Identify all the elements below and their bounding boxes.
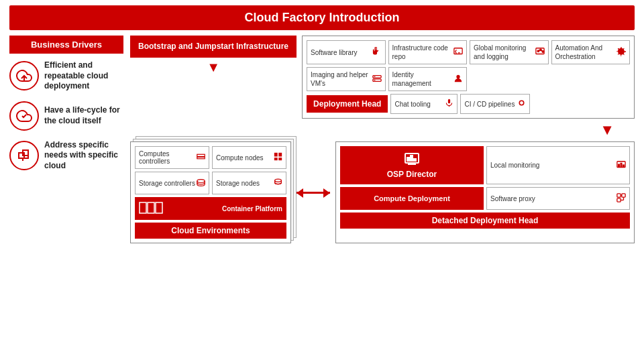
svg-rect-21 [197,157,205,158]
storage-icon [197,178,205,188]
driver-text-3: Address specific needs with specific clo… [44,140,123,172]
detached-label: Detached Deployment Head [340,213,630,229]
cloud-refresh-icon [9,101,39,131]
svg-rect-23 [278,153,282,157]
container-row: Container Platform [135,197,286,220]
dep-cell-identity: Identity management [388,67,467,91]
dep-cell-automation: Automation And Orchestration [551,40,631,64]
software-proxy-cell: Software proxy [486,187,630,210]
dep-cell-software-library: Software library [307,40,385,64]
svg-point-27 [275,179,282,182]
automation-gear-icon [616,47,626,58]
bottom-section: Computes controllers Compute nodes [130,141,635,243]
svg-rect-28 [140,202,146,213]
monitor-code-icon [453,47,463,58]
server-small-icon [197,152,205,163]
top-section: Bootstrap and Jumpstart Infrastructure ▼… [130,36,635,119]
dep-cell-imaging: Imaging and helper VM's [307,67,385,91]
svg-rect-36 [414,159,416,161]
detached-box: OSP Director Local monitoring Compute De… [335,141,635,243]
arrow-down-bootstrap: ▼ [207,60,220,74]
right-content: Bootstrap and Jumpstart Infrastructure ▼… [130,36,635,243]
local-chart-icon [616,160,626,171]
storage2-icon [274,178,282,188]
svg-rect-20 [197,154,205,156]
deployment-grid: Software library Infrastructure code rep… [307,40,630,91]
cloud-env-grid: Computes controllers Compute nodes [135,146,286,194]
driver-item-2: Have a life-cycle for the cloud itself [9,101,123,131]
chart-dot-icon [535,47,545,58]
compute-controllers-cell: Computes controllers [135,146,209,169]
person-icon [453,74,463,85]
driver-text-2: Have a life-cycle for the cloud itself [44,105,123,126]
hand-icon [372,47,382,58]
bootstrap-box: Bootstrap and Jumpstart Infrastructure [130,36,297,58]
cicd-gear-icon [517,99,526,109]
deployment-head-label: Deployment Head [307,95,388,113]
cloud-env-label: Cloud Environments [135,223,286,239]
cicd-cell: CI / CD pipelines [460,94,530,114]
svg-rect-38 [619,164,620,167]
svg-rect-39 [621,163,622,166]
cloud-environments-wrapper: Computes controllers Compute nodes [130,141,291,243]
arrow-down-right: ▼ [130,123,635,137]
page-title: Cloud Factory Introduction [9,5,635,30]
container-platform-cell: Container Platform [135,197,286,220]
svg-rect-24 [274,158,278,160]
driver-item-1: Efficient and repeatable cloud deploymen… [9,60,123,92]
cloud-upload-icon [9,61,39,90]
local-monitoring-cell: Local monitoring [486,146,630,184]
dep-cell-infra-code: Infrastructure code repo [388,40,467,64]
detached-wrapper: OSP Director Local monitoring Compute De… [335,141,635,243]
osp-chart-icon [404,152,420,170]
business-drivers-label: Business Drivers [9,36,123,54]
svg-line-5 [455,52,457,54]
chat-cell: Chat tooling [390,94,458,114]
svg-rect-18 [448,99,450,104]
svg-rect-25 [278,158,282,160]
svg-rect-29 [148,202,154,213]
svg-rect-22 [274,153,278,157]
driver-item-3: Address specific needs with specific clo… [9,140,123,172]
svg-rect-34 [407,158,409,161]
svg-rect-42 [622,194,625,197]
server2-icon [274,152,282,163]
svg-line-4 [455,50,457,52]
storage-nodes-cell: Storage nodes [212,172,286,194]
deployment-bottom-row: Deployment Head Chat tooling CI / CD pip… [307,94,630,114]
mic-icon [445,99,453,109]
cloud-env-box: Computes controllers Compute nodes [130,141,291,243]
h-arrow [297,141,330,243]
svg-rect-40 [623,165,625,167]
svg-rect-41 [617,194,621,197]
dep-cell-global-monitoring: Global monitoring and logging [470,40,548,64]
server-icon [372,74,382,85]
osp-director-cell: OSP Director [340,146,484,184]
deployment-area: Software library Infrastructure code rep… [302,36,635,119]
bidirectional-arrow [297,192,330,194]
storage-controllers-cell: Storage controllers [135,172,209,194]
svg-rect-30 [156,202,162,213]
svg-rect-43 [617,198,621,202]
detached-grid: OSP Director Local monitoring Compute De… [340,146,630,210]
svg-point-17 [456,74,460,78]
proxy-icon [616,193,626,204]
left-sidebar: Business Drivers Efficient and repeatabl… [9,36,123,243]
container-icon [139,202,163,216]
compute-nodes-cell: Compute nodes [212,146,286,169]
driver-text-1: Efficient and repeatable cloud deploymen… [44,60,123,92]
cloud-cube-icon [9,141,39,170]
compute-deployment-cell: Compute Deployment [340,187,484,210]
svg-rect-35 [411,156,413,161]
svg-point-26 [197,179,205,182]
